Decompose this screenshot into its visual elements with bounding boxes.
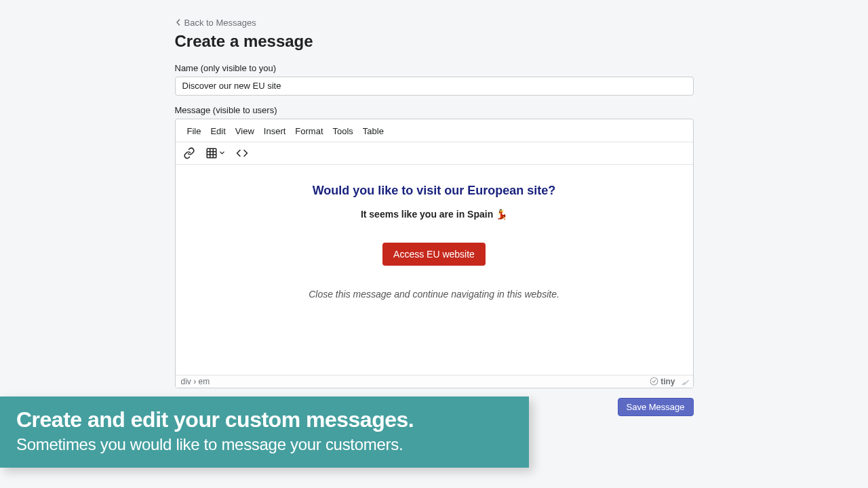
menu-table[interactable]: Table <box>358 123 389 139</box>
content-cta-button[interactable]: Access EU website <box>382 243 486 266</box>
editor-menubar: File Edit View Insert Format Tools Table <box>176 119 693 142</box>
name-label: Name (only visible to you) <box>175 63 694 73</box>
menu-tools[interactable]: Tools <box>328 123 358 139</box>
menu-insert[interactable]: Insert <box>259 123 291 139</box>
rich-text-editor: File Edit View Insert Format Tools Table <box>175 119 694 388</box>
message-label: Message (visible to users) <box>175 105 694 115</box>
content-note: Close this message and continue navigati… <box>189 289 679 300</box>
code-icon[interactable] <box>235 146 249 160</box>
resize-handle-icon[interactable] <box>679 378 688 386</box>
promo-headline: Create and edit your custom messages. <box>16 407 513 432</box>
chevron-down-icon <box>219 150 225 156</box>
link-icon[interactable] <box>182 146 196 160</box>
svg-rect-0 <box>207 148 216 158</box>
promo-banner: Create and edit your custom messages. So… <box>0 396 529 468</box>
editor-statusbar: div › em tiny <box>176 375 693 388</box>
content-headline: Would you like to visit our European sit… <box>189 184 679 198</box>
table-icon[interactable] <box>205 146 226 160</box>
svg-point-5 <box>650 378 658 385</box>
editor-brand[interactable]: tiny <box>650 377 675 386</box>
editor-content-area[interactable]: Would you like to visit our European sit… <box>176 165 693 375</box>
back-link-label: Back to Messages <box>184 18 256 28</box>
status-path[interactable]: div › em <box>181 377 210 386</box>
back-link[interactable]: Back to Messages <box>175 18 256 28</box>
promo-sub: Sometimes you would like to message your… <box>16 435 513 454</box>
content-subline: It seems like you are in Spain 💃 <box>189 209 679 220</box>
page-title: Create a message <box>175 32 694 51</box>
menu-format[interactable]: Format <box>290 123 328 139</box>
menu-view[interactable]: View <box>231 123 259 139</box>
tiny-logo-icon <box>650 377 658 386</box>
name-input[interactable] <box>175 77 694 96</box>
menu-file[interactable]: File <box>182 123 206 139</box>
editor-toolbar <box>176 142 693 165</box>
save-button[interactable]: Save Message <box>618 398 694 416</box>
menu-edit[interactable]: Edit <box>205 123 230 139</box>
chevron-left-icon <box>175 19 182 26</box>
